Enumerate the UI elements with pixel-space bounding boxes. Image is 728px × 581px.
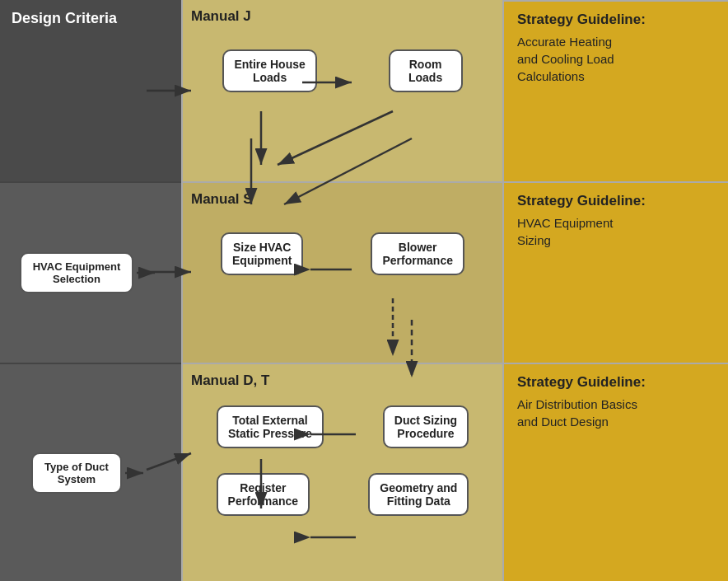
guideline-1-label: Strategy Guideline: (517, 12, 715, 28)
guideline-3-label: Strategy Guideline: (517, 374, 715, 391)
manual-j-boxes-row: Entire House Loads Room Loads (191, 49, 494, 92)
manual-s-section: Manual S Size HVAC Equipment Blower Perf… (181, 181, 502, 363)
manual-d-row1: Total External Static Pressure Duct Sizi… (191, 405, 494, 448)
guideline-1-text: Accurate Heating and Cooling Load Calcul… (517, 33, 715, 85)
strategy-guideline-3: Strategy Guideline: Air Distribution Bas… (502, 363, 728, 581)
manual-j-label: Manual J (191, 8, 494, 25)
geometry-fitting-data-box: Geometry and Fitting Data (368, 473, 469, 516)
strategy-guideline-1: Strategy Guideline: Accurate Heating and… (502, 0, 728, 181)
design-criteria-header: Design Criteria (0, 0, 181, 181)
main-grid: Design Criteria Manual J Entire House L (0, 0, 728, 581)
hvac-equipment-cell: HVAC Equipment Selection (0, 181, 181, 363)
manual-d-label: Manual D, T (191, 372, 494, 389)
duct-sizing-procedure-box: Duct Sizing Procedure (383, 405, 469, 448)
total-external-static-box: Total External Static Pressure (217, 405, 324, 448)
manual-d-row2: Register Performance Geometry and Fittin… (191, 473, 494, 516)
manual-s-label: Manual S (191, 191, 494, 208)
manual-d-section: Manual D, T Total External Static Pressu… (181, 363, 502, 581)
entire-house-loads-box: Entire House Loads (222, 49, 316, 92)
duct-arrow-svg (125, 465, 150, 481)
register-performance-box: Register Performance (217, 473, 310, 516)
manual-s-boxes-row: Size HVAC Equipment Blower Performance (191, 232, 494, 275)
manual-j-section: Manual J Entire House Loads Room Loads (181, 0, 502, 181)
blower-performance-box: Blower Performance (371, 232, 464, 275)
strategy-guideline-2: Strategy Guideline: HVAC Equipment Sizin… (502, 181, 728, 363)
design-criteria-label: Design Criteria (12, 10, 117, 27)
duct-system-cell: Type of Duct System (0, 363, 181, 581)
guideline-3-text: Air Distribution Basics and Duct Design (517, 396, 715, 430)
duct-arrow (125, 465, 150, 481)
svg-line-4 (278, 111, 393, 165)
hvac-equipment-box: HVAC Equipment Selection (20, 252, 134, 293)
room-loads-box: Room Loads (389, 49, 463, 92)
size-hvac-equipment-box: Size HVAC Equipment (221, 232, 303, 275)
guideline-2-text: HVAC Equipment Sizing (517, 214, 715, 249)
hvac-arrow (137, 265, 161, 281)
hvac-arrow-svg (137, 265, 161, 281)
duct-system-box: Type of Duct System (31, 452, 122, 494)
guideline-2-label: Strategy Guideline: (517, 193, 715, 209)
